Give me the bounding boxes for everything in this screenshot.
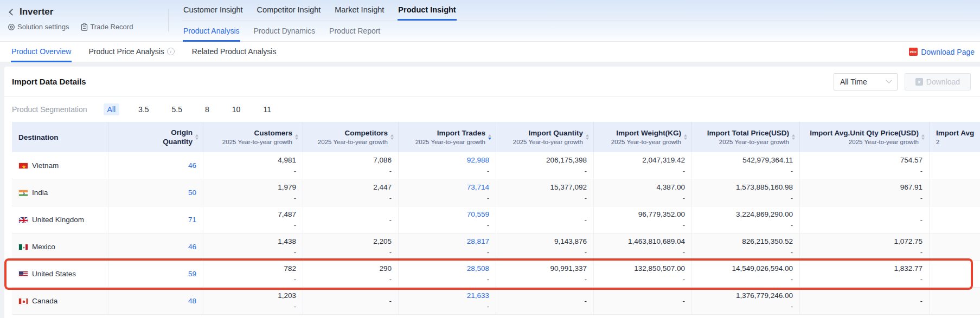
column-header-text: Import Trades2025 Year-to-year growth: [415, 128, 485, 146]
truncated-cell: [930, 179, 980, 206]
trade-record-link[interactable]: Trade Record: [81, 23, 133, 31]
column-label: Quantity: [163, 137, 193, 146]
import-total-price-cell: 14,549,026,594.00-: [692, 261, 800, 287]
import-trades-value[interactable]: 21,633: [467, 291, 489, 301]
import-total-price-value: 542,979,364.11: [742, 155, 793, 165]
tab-customer-insight[interactable]: Customer Insight: [183, 5, 244, 21]
sort-desc-icon[interactable]: [390, 138, 394, 140]
import-total-price-cell: 542,979,364.11-: [692, 152, 800, 179]
customers-value: 1,203: [278, 291, 296, 301]
column-header-competitors[interactable]: Competitors2025 Year-to-year growth: [303, 122, 399, 152]
sort-asc-icon[interactable]: [295, 134, 298, 137]
table-row-india: India501,979-2,447-73,714-15,377,092-4,3…: [12, 179, 980, 206]
origin-quantity-link[interactable]: 46: [188, 161, 196, 171]
import-avg-unit-qty-price-cell: -: [800, 288, 930, 314]
sort-asc-icon[interactable]: [488, 134, 491, 137]
sort-asc-icon[interactable]: [586, 134, 589, 137]
import-trades-value[interactable]: 28,817: [467, 237, 489, 246]
competitors-value: -: [389, 215, 392, 225]
sort-icons[interactable]: [586, 134, 589, 140]
import-weight-value: 2,047,319.42: [642, 155, 685, 165]
sort-icons[interactable]: [295, 134, 298, 140]
sort-icons[interactable]: [195, 134, 198, 140]
table-body: ★Vietnam464,981-7,086-92,988-206,175,398…: [12, 152, 980, 315]
import-avg-unit-qty-price-value: 1,072.75: [894, 237, 923, 246]
sort-desc-icon[interactable]: [295, 138, 298, 140]
import-weight-cell: 1,463,810,689.04-: [594, 233, 692, 260]
column-header-import-total-price[interactable]: Import Total Price(USD)2025 Year-to-year…: [692, 122, 800, 152]
sort-desc-icon[interactable]: [586, 138, 589, 140]
import-total-price-cell: 3,224,869,290.00-: [692, 206, 800, 233]
overview-tabs: Product OverviewProduct Price AnalysisiR…: [11, 42, 277, 62]
sort-icons[interactable]: [792, 134, 795, 140]
tab-product-analysis[interactable]: Product Analysis: [183, 21, 240, 42]
sort-desc-icon[interactable]: [684, 138, 687, 140]
import-quantity-cell: -: [496, 206, 594, 233]
column-header-text: Import Avg2: [936, 128, 974, 146]
sort-desc-icon[interactable]: [488, 138, 491, 140]
customers-growth: -: [294, 275, 296, 284]
sort-icons[interactable]: [684, 134, 687, 140]
tab-product-overview[interactable]: Product Overview: [11, 42, 72, 62]
sort-icons[interactable]: [390, 134, 394, 140]
import-trades-value[interactable]: 73,714: [467, 183, 489, 192]
time-filter-select[interactable]: All Time: [834, 73, 898, 90]
tab-product-dynamics[interactable]: Product Dynamics: [253, 21, 316, 42]
tab-competitor-insight[interactable]: Competitor Insight: [257, 5, 322, 21]
column-header-customers[interactable]: Customers2025 Year-to-year growth: [203, 122, 303, 152]
sort-asc-icon[interactable]: [684, 134, 687, 137]
download-button[interactable]: x Download: [905, 73, 971, 90]
origin-quantity-link[interactable]: 50: [188, 188, 196, 198]
download-page-link[interactable]: PDF Download Page: [909, 48, 975, 56]
import-total-price-growth: -: [791, 248, 793, 257]
column-header-import-quantity[interactable]: Import Quantity2025 Year-to-year growth: [496, 122, 594, 152]
import-trades-value[interactable]: 28,508: [467, 264, 489, 274]
sort-desc-icon[interactable]: [921, 138, 925, 140]
origin-quantity-cell: 46: [108, 233, 203, 260]
tab-product-price-analysis[interactable]: Product Price Analysisi: [88, 42, 175, 62]
segment-option-all[interactable]: All: [104, 103, 120, 115]
sort-icons[interactable]: [921, 134, 925, 140]
customers-growth: -: [294, 194, 296, 203]
origin-quantity-link[interactable]: 48: [188, 296, 196, 306]
sort-desc-icon[interactable]: [195, 138, 198, 140]
column-header-import-weight[interactable]: Import Weight(KG)2025 Year-to-year growt…: [594, 122, 692, 152]
import-avg-unit-qty-price-growth: -: [920, 194, 923, 203]
segment-option-11[interactable]: 11: [259, 103, 275, 115]
tab-related-product-analysis[interactable]: Related Product Analysis: [191, 42, 277, 62]
import-trades-value[interactable]: 70,559: [467, 210, 489, 219]
origin-quantity-link[interactable]: 59: [188, 269, 196, 279]
destination-cell: ★Vietnam: [12, 152, 108, 179]
segment-option-5-5[interactable]: 5.5: [168, 103, 186, 115]
sort-asc-icon[interactable]: [390, 134, 394, 137]
tab-product-report[interactable]: Product Report: [329, 21, 381, 42]
origin-quantity-link[interactable]: 46: [188, 242, 196, 252]
sort-desc-icon[interactable]: [792, 138, 795, 140]
segment-option-10[interactable]: 10: [228, 103, 245, 115]
sort-asc-icon[interactable]: [921, 134, 925, 137]
segment-option-8[interactable]: 8: [201, 103, 213, 115]
segment-option-3-5[interactable]: 3.5: [134, 103, 152, 115]
back-icon[interactable]: [9, 9, 16, 16]
tab-product-insight[interactable]: Product Insight: [398, 5, 456, 21]
excel-icon: x: [915, 78, 923, 86]
import-weight-growth: -: [683, 221, 685, 230]
segmentation-label: Product Segmentation: [12, 105, 87, 114]
column-header-text: Import Avg.Unit Qty Price(USD)2025 Year-…: [810, 128, 919, 146]
tab-market-insight[interactable]: Market Insight: [334, 5, 385, 21]
column-header-origin-quantity[interactable]: OriginQuantity: [108, 122, 203, 152]
column-header-import-avg-unit-qty-price[interactable]: Import Avg.Unit Qty Price(USD)2025 Year-…: [800, 122, 930, 152]
sort-asc-icon[interactable]: [792, 134, 795, 137]
origin-quantity-link[interactable]: 71: [188, 215, 196, 225]
import-trades-cell: 70,559-: [399, 206, 496, 233]
column-header-import-trades[interactable]: Import Trades2025 Year-to-year growth: [399, 122, 496, 152]
import-trades-value[interactable]: 92,988: [467, 155, 489, 165]
sort-asc-icon[interactable]: [195, 134, 198, 137]
product-segmentation: Product Segmentation All3.55.581011: [4, 97, 980, 122]
solution-settings-link[interactable]: Solution settings: [8, 23, 69, 31]
import-trades-cell: 21,633-: [399, 288, 496, 314]
sort-icons[interactable]: [488, 134, 491, 140]
info-icon: i: [167, 48, 175, 55]
import-weight-value: 96,779,352.00: [638, 210, 685, 219]
import-trades-cell: 73,714-: [399, 179, 496, 206]
